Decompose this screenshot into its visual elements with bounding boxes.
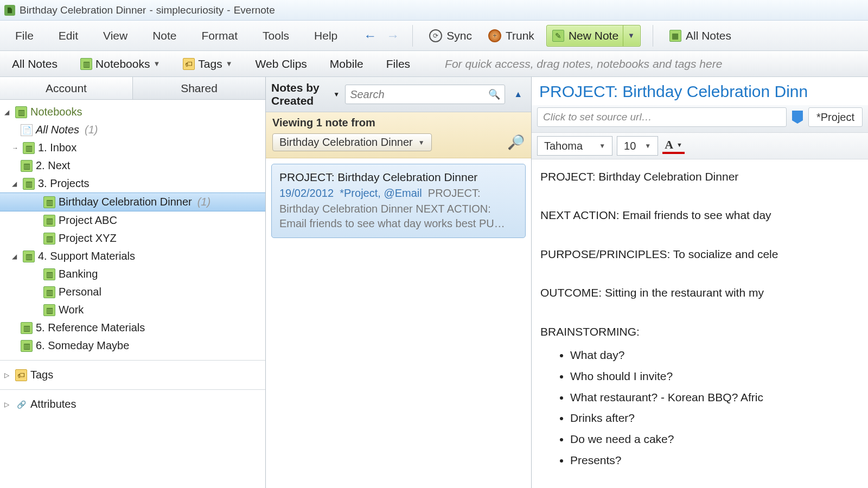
all-notes-label: All Notes: [686, 29, 731, 42]
menu-tools[interactable]: Tools: [251, 25, 301, 47]
evernote-app-icon: [4, 5, 15, 16]
new-note-icon: ✎: [552, 30, 564, 42]
menu-note[interactable]: Note: [141, 25, 188, 47]
tree-tags-root[interactable]: ▷ 🏷 Tags: [0, 366, 265, 384]
font-size-select[interactable]: 10 ▼: [617, 136, 658, 156]
chevron-down-icon: ▼: [226, 60, 233, 68]
notebook-icon: ▥: [43, 268, 55, 280]
sync-button[interactable]: ⟳ Sync: [425, 27, 476, 44]
font-family-select[interactable]: Tahoma ▼: [537, 136, 612, 156]
tags-icon: 🏷: [15, 369, 27, 381]
tree-nb-project-xyz[interactable]: ▥ Project XYZ: [0, 229, 265, 247]
toolbar-separator: [653, 25, 653, 47]
tree-nb-next[interactable]: ▥ 2. Next: [0, 157, 265, 175]
filter-web-clips[interactable]: Web Clips: [246, 54, 317, 74]
notebook-icon: ▥: [21, 340, 33, 352]
tree-nb-support[interactable]: ◢ ▥ 4. Support Materials: [0, 247, 265, 265]
list-item: Drinks after?: [570, 408, 859, 428]
notebook-stack-icon: ▥: [15, 106, 27, 118]
twisty-open-icon: ◢: [12, 180, 20, 188]
filter-mobile[interactable]: Mobile: [320, 54, 373, 74]
menu-edit[interactable]: Edit: [47, 25, 90, 47]
filter-files[interactable]: Files: [376, 54, 420, 74]
list-item: Presents?: [570, 451, 859, 470]
tree-nb-reference[interactable]: ▥ 5. Reference Materials: [0, 319, 265, 337]
window-titlebar: Birthday Celebration Dinner - simplecuri…: [0, 0, 868, 21]
note-card-tags: *Project, @Email: [340, 187, 422, 199]
note-list-item[interactable]: PROJECT: Birthday Celebration Dinner 19/…: [271, 164, 526, 238]
chevron-down-icon: ▼: [153, 60, 160, 68]
toolbar-separator: [412, 25, 413, 47]
viewing-filter-strip: Viewing 1 note from Birthday Celebration…: [266, 112, 531, 158]
tree-all-notes[interactable]: 📄 All Notes (1): [0, 121, 265, 139]
sort-notes-button[interactable]: Notes by Created ▼: [271, 81, 340, 107]
notebook-icon: ▥: [43, 196, 55, 208]
tree-nb-projects[interactable]: ◢ ▥ 3. Projects: [0, 175, 265, 192]
tree-nb-work[interactable]: ▥ Work: [0, 301, 265, 319]
notebook-icon: ▥: [43, 215, 55, 227]
trunk-icon: +: [488, 29, 501, 42]
editor-body[interactable]: PROJECT: Birthday Celebration Dinner NEX…: [532, 159, 868, 488]
tree-nb-personal[interactable]: ▥ Personal: [0, 283, 265, 301]
sidebar: Account Shared ◢ ▥ Notebooks 📄 All Notes…: [0, 77, 266, 488]
sync-icon: ⟳: [429, 29, 442, 42]
tree-nb-birthday[interactable]: ▥ Birthday Celebration Dinner (1): [0, 192, 265, 211]
sync-label: Sync: [446, 29, 472, 42]
collapse-panel-button[interactable]: ▲: [510, 89, 526, 99]
source-url-input[interactable]: Click to set source url…: [537, 107, 787, 127]
title-account: simplecuriosity: [156, 4, 224, 16]
trunk-button[interactable]: + Trunk: [484, 27, 539, 44]
new-note-label: New Note: [569, 29, 618, 42]
editor-metadata-row: Click to set source url… *Project: [532, 105, 868, 133]
twisty-closed-icon: ▷: [4, 401, 12, 408]
search-input[interactable]: [350, 88, 488, 101]
tree-nb-inbox[interactable]: → ▥ 1. Inbox: [0, 139, 265, 157]
chevron-down-icon: ▼: [333, 91, 340, 98]
all-notes-toolbar-button[interactable]: ▦ All Notes: [665, 27, 736, 44]
toolbar: ← → ⟳ Sync + Trunk ✎ New Note ▼ ▦ All No…: [362, 25, 736, 47]
notebook-stack-icon: ▥: [23, 178, 35, 190]
sidebar-tabs: Account Shared: [0, 77, 265, 100]
body-line: PURPOSE/PRINCIPLES: To socialize and cel…: [540, 245, 859, 264]
nav-back-button[interactable]: ←: [362, 28, 378, 43]
list-item: What day?: [570, 345, 859, 365]
trunk-label: Trunk: [506, 29, 534, 42]
main-area: Account Shared ◢ ▥ Notebooks 📄 All Notes…: [0, 77, 868, 488]
note-card-snippet-inline: PROJECT:: [428, 187, 481, 199]
note-tag-chip[interactable]: *Project: [808, 107, 863, 127]
nav-forward-button[interactable]: →: [385, 28, 400, 43]
tab-account[interactable]: Account: [0, 77, 133, 99]
note-list-column: Notes by Created ▼ 🔍 ▲ Viewing 1 note fr…: [266, 77, 532, 488]
tree-attributes-root[interactable]: ▷ 🔗 Attributes: [0, 395, 265, 413]
search-box[interactable]: 🔍: [345, 85, 505, 104]
tab-shared[interactable]: Shared: [133, 77, 265, 99]
notebook-icon: ▥: [21, 160, 33, 172]
new-note-button[interactable]: ✎ New Note ▼: [546, 25, 641, 47]
search-scope-icon[interactable]: 🔎: [507, 134, 525, 151]
tree-notebooks-root[interactable]: ◢ ▥ Notebooks: [0, 103, 265, 121]
new-note-dropdown-icon[interactable]: ▼: [623, 25, 639, 46]
twisty-open-icon: ◢: [12, 253, 20, 260]
filter-tags[interactable]: 🏷 Tags ▼: [173, 54, 242, 74]
editor-note-title[interactable]: PROJECT: Birthday Celebration Dinn: [532, 77, 868, 105]
all-notes-icon: ▦: [669, 30, 681, 42]
body-line: PROJECT: Birthday Celebration Dinner: [540, 167, 859, 187]
filter-all-notes[interactable]: All Notes: [2, 54, 67, 74]
tree-nb-project-abc[interactable]: ▥ Project ABC: [0, 211, 265, 229]
menu-file[interactable]: File: [3, 25, 46, 47]
font-color-button[interactable]: A ▼: [662, 138, 685, 154]
tree-nb-banking[interactable]: ▥ Banking: [0, 265, 265, 283]
tag-icon[interactable]: [792, 111, 803, 124]
list-item: Do we need a cake?: [570, 429, 859, 449]
twisty-closed-icon: ▷: [4, 371, 12, 379]
viewing-notebook-chip[interactable]: Birthday Celebration Dinner ▼: [272, 133, 432, 151]
menu-format[interactable]: Format: [190, 25, 250, 47]
menu-view[interactable]: View: [91, 25, 139, 47]
viewing-count-label: Viewing 1 note from: [272, 117, 525, 129]
note-editor: PROJECT: Birthday Celebration Dinn Click…: [532, 77, 868, 488]
chevron-down-icon: ▼: [418, 139, 425, 146]
menu-help[interactable]: Help: [302, 25, 349, 47]
notebook-icon: ▥: [23, 142, 35, 154]
tree-nb-someday[interactable]: ▥ 6. Someday Maybe: [0, 337, 265, 355]
filter-notebooks[interactable]: ▥ Notebooks ▼: [71, 54, 170, 74]
